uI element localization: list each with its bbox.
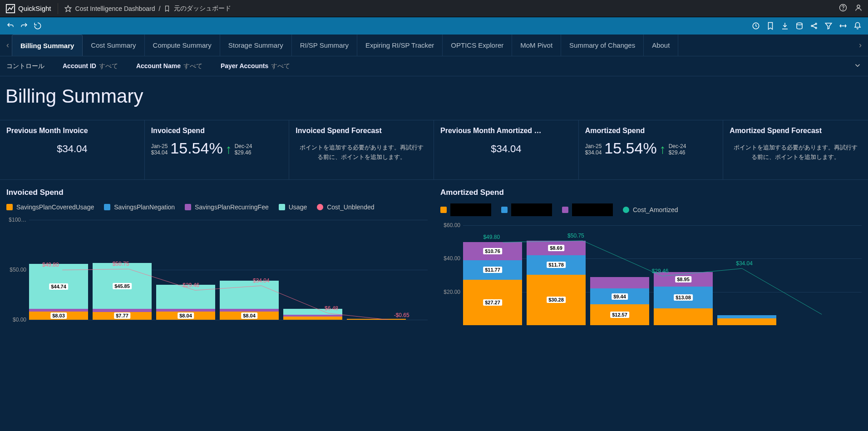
- legend-swatch: [562, 207, 568, 213]
- kpi-value: $34.04: [6, 143, 138, 155]
- fit-width-icon[interactable]: [839, 22, 847, 30]
- segment-label: $30.28: [547, 297, 566, 303]
- bar[interactable]: $8.04: [156, 285, 215, 320]
- redacted-label: [572, 203, 613, 216]
- bar[interactable]: [347, 319, 406, 320]
- filter-account-id[interactable]: Account IDすべて: [63, 62, 118, 70]
- bar-segment: $8.03: [29, 312, 88, 320]
- chart-invoiced: Invoiced Spend SavingsPlanCoveredUsageSa…: [0, 180, 434, 333]
- bar[interactable]: [717, 315, 776, 325]
- bar[interactable]: $8.03$44.74: [29, 264, 88, 320]
- page-title: Billing Summary: [0, 76, 868, 120]
- kpi-current: Jan-25$34.04: [151, 143, 168, 156]
- help-icon[interactable]: [839, 4, 847, 13]
- line-label: $50.75: [113, 261, 129, 267]
- bar-segment: $11.78: [527, 255, 586, 275]
- legend-item[interactable]: [562, 203, 613, 216]
- breadcrumb-sep: /: [158, 5, 160, 12]
- legend-item[interactable]: Cost_Unblended: [317, 203, 374, 211]
- kpi-card[interactable]: Previous Month Amortized …$34.04: [434, 120, 579, 179]
- bookmark-icon[interactable]: [164, 5, 170, 12]
- user-icon[interactable]: [854, 4, 863, 13]
- redo-icon[interactable]: [20, 22, 28, 30]
- plot[interactable]: $60.00$40.00$20.00$27.27$11.77$10.76$30.…: [440, 225, 862, 325]
- tab-mom-pivot[interactable]: MoM Pivot: [512, 35, 561, 56]
- kpi-card[interactable]: Invoiced Spend Forecastポイントを追加する必要があります。…: [289, 120, 434, 179]
- tab-expiring-ri-sp-tracker[interactable]: Expiring RI/SP Tracker: [357, 35, 443, 56]
- bar-segment: $8.04: [156, 312, 215, 320]
- bar[interactable]: $13.08$8.95: [654, 272, 713, 325]
- bar-segment: [29, 309, 88, 312]
- kpi-card[interactable]: Amortized Spend Forecastポイントを追加する必要があります…: [723, 120, 868, 179]
- tab-compute-summary[interactable]: Compute Summary: [145, 35, 220, 56]
- line-label: $50.75: [567, 233, 584, 239]
- plot[interactable]: $100…$50.00$0.00$8.03$44.74$7.77$45.85$8…: [6, 220, 428, 320]
- legend-item[interactable]: [501, 203, 552, 216]
- legend-item[interactable]: Cost_Amortized: [623, 203, 678, 216]
- line-label: $34.04: [736, 260, 753, 267]
- svg-point-4: [857, 5, 860, 8]
- filter-icon[interactable]: [824, 22, 833, 30]
- share-icon[interactable]: [810, 22, 818, 30]
- tab-ri-sp-summary[interactable]: RI/SP Summary: [292, 35, 357, 56]
- kpi-title: Amortized Spend Forecast: [730, 127, 862, 135]
- breadcrumb-dashboard[interactable]: Cost Intelligence Dashboard: [75, 5, 155, 12]
- bell-icon[interactable]: [853, 22, 862, 30]
- kpi-card[interactable]: Invoiced SpendJan-25$34.0415.54%↑Dec-24$…: [145, 120, 290, 179]
- bookmark-toolbar-icon[interactable]: [766, 22, 774, 30]
- bar[interactable]: $8.04: [220, 281, 279, 320]
- schedule-icon[interactable]: [752, 22, 760, 30]
- tab-cost-summary[interactable]: Cost Summary: [83, 35, 144, 56]
- legend-item[interactable]: Usage: [279, 203, 307, 211]
- undo-icon[interactable]: [6, 22, 15, 30]
- filter-account-name[interactable]: Account Nameすべて: [136, 62, 202, 70]
- app-logo[interactable]: QuickSight: [5, 4, 51, 14]
- tabs-prev-icon[interactable]: ‹: [4, 40, 12, 50]
- bar[interactable]: $12.57$9.44: [590, 277, 649, 325]
- line-label: $49.80: [42, 262, 59, 268]
- bar-segment: $7.77: [93, 312, 152, 320]
- legend-label: SavingsPlanCoveredUsage: [16, 203, 94, 211]
- bar[interactable]: $30.28$11.78$8.69: [527, 241, 586, 325]
- bar-segment: [156, 309, 215, 312]
- kpi-card[interactable]: Previous Month Invoice$34.04: [0, 120, 145, 179]
- breadcrumb-original[interactable]: 元のダッシュボード: [174, 5, 231, 13]
- legend-item[interactable]: SavingsPlanNegation: [104, 203, 175, 211]
- segment-label: $9.44: [612, 293, 628, 300]
- segment-label: $27.27: [483, 299, 502, 306]
- tab-storage-summary[interactable]: Storage Summary: [220, 35, 292, 56]
- kpi-title: Invoiced Spend: [151, 127, 283, 135]
- topbar: QuickSight Cost Intelligence Dashboard /…: [0, 0, 868, 17]
- tab-billing-summary[interactable]: Billing Summary: [12, 35, 83, 56]
- bar-segment: [590, 277, 649, 289]
- redacted-label: [450, 203, 491, 216]
- bar-segment: $13.08: [654, 287, 713, 308]
- legend-swatch: [623, 207, 629, 213]
- filter-payer-accounts[interactable]: Payer Accountsすべて: [221, 62, 290, 70]
- legend-label: Usage: [289, 203, 307, 211]
- tab-optics-explorer[interactable]: OPTICS Explorer: [443, 35, 512, 56]
- chart-title: Amortized Spend: [440, 188, 862, 197]
- export-icon[interactable]: [781, 22, 789, 30]
- line-label: $29.46: [182, 282, 199, 288]
- tabs-next-icon[interactable]: ›: [856, 40, 864, 50]
- svg-point-3: [843, 10, 843, 10]
- bar[interactable]: $27.27$11.77$10.76: [463, 242, 522, 325]
- expand-controls-icon[interactable]: [853, 61, 862, 71]
- bar[interactable]: $7.77$45.85: [93, 263, 152, 320]
- reset-icon[interactable]: [34, 22, 42, 30]
- legend-item[interactable]: SavingsPlanRecurringFee: [185, 203, 269, 211]
- tab-about[interactable]: About: [644, 35, 678, 56]
- legend-item[interactable]: SavingsPlanCoveredUsage: [6, 203, 94, 211]
- line-label: $6.48: [325, 305, 338, 312]
- data-icon[interactable]: [795, 22, 804, 30]
- legend-swatch: [501, 207, 508, 213]
- legend-item[interactable]: [440, 203, 491, 216]
- legend: Cost_Amortized: [440, 203, 862, 216]
- star-icon[interactable]: [64, 5, 72, 12]
- kpi-card[interactable]: Amortized SpendJan-25$34.0415.54%↑Dec-24…: [579, 120, 724, 179]
- bar-segment: [283, 317, 342, 320]
- svg-point-7: [811, 25, 813, 27]
- legend-swatch: [279, 204, 285, 210]
- tab-summary-of-changes[interactable]: Summary of Changes: [561, 35, 644, 56]
